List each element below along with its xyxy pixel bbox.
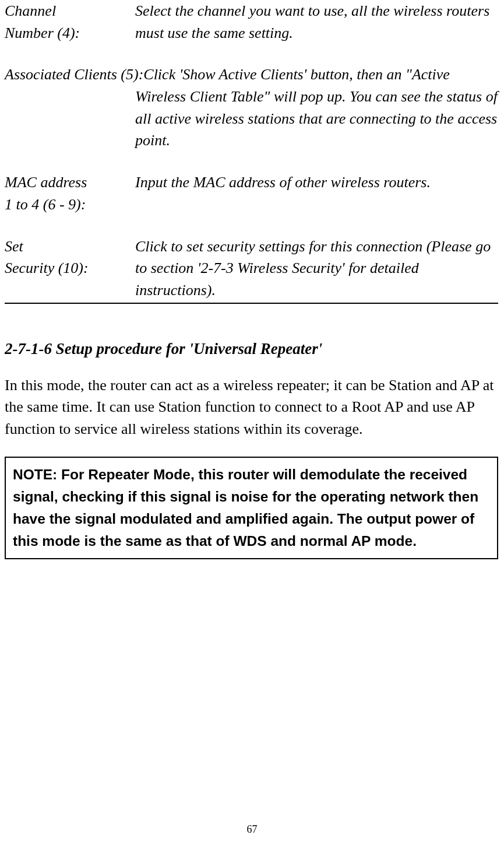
body-paragraph: In this mode, the router can act as a wi… <box>5 374 498 440</box>
label-line: MAC address <box>5 171 135 194</box>
label-line: Security (10): <box>5 257 135 279</box>
definition-description-first-line: Click 'Show Active Clients' button, then… <box>143 64 450 86</box>
section-heading: 2-7-1-6 Setup procedure for 'Universal R… <box>5 340 498 358</box>
definition-description: Click to set security settings for this … <box>135 236 498 301</box>
definition-channel: Channel Number (4): Select the channel y… <box>5 0 498 44</box>
definition-label: Channel Number (4): <box>5 0 135 44</box>
definition-label: Set Security (10): <box>5 236 135 279</box>
definition-description: Input the MAC address of other wireless … <box>135 171 498 194</box>
definition-label: Associated Clients (5): <box>5 64 143 86</box>
definition-label: MAC address 1 to 4 (6 - 9): <box>5 171 135 215</box>
definition-set-security: Set Security (10): Click to set security… <box>5 236 498 301</box>
label-line: Set <box>5 236 135 258</box>
divider <box>5 303 498 304</box>
definition-description: Wireless Client Table" will pop up. You … <box>135 86 498 152</box>
definition-description: Select the channel you want to use, all … <box>135 0 498 44</box>
page-number: 67 <box>0 823 504 836</box>
page-content: Channel Number (4): Select the channel y… <box>0 0 504 559</box>
definition-mac-address: MAC address 1 to 4 (6 - 9): Input the MA… <box>5 171 498 215</box>
label-line: Channel <box>5 0 135 22</box>
label-line: 1 to 4 (6 - 9): <box>5 194 135 216</box>
note-box: NOTE: For Repeater Mode, this router wil… <box>5 457 498 559</box>
label-line: Number (4): <box>5 22 135 44</box>
definition-associated-clients: Associated Clients (5): Click 'Show Acti… <box>5 64 498 152</box>
